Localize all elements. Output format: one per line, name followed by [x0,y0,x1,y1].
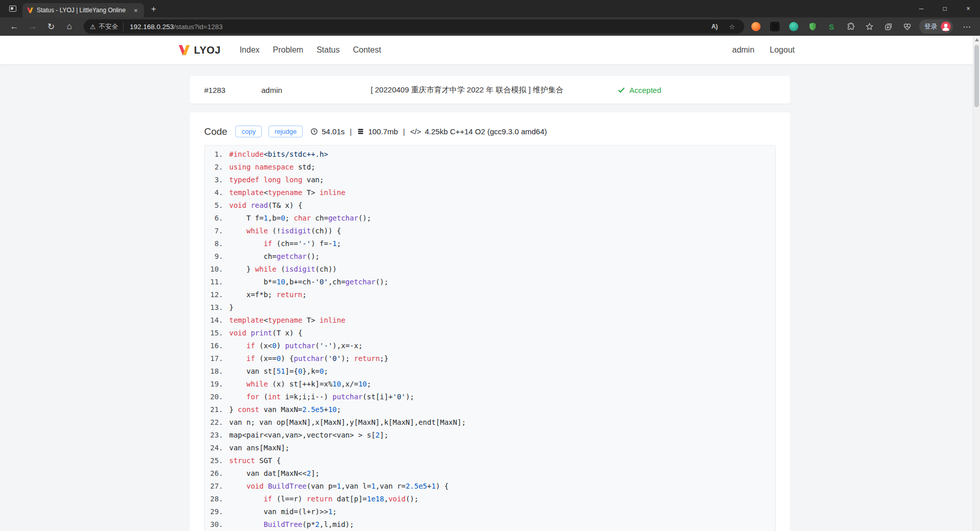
code-tag-icon: </> [410,127,422,136]
copy-button[interactable]: copy [235,126,261,137]
clock-icon [310,128,318,135]
code-text: van st[51]={0},k=0; [229,365,328,378]
scrollbar-up-arrow[interactable] [975,38,979,41]
code-line: 25.struct SGT { [207,454,775,467]
back-button[interactable]: ← [5,19,23,34]
code-line: 12. x=f*b; return; [207,288,775,301]
maximize-button[interactable]: □ [933,0,957,17]
line-number: 25. [207,454,223,467]
code-line: 13.} [207,301,775,314]
signin-label: 登录 [924,22,937,31]
code-line: 16. if (x<0) putchar('-'),x=-x; [207,340,775,352]
address-bar[interactable]: ⚠ 不安全 192.168.0.253/status?id=1283 A) ☆ [84,19,744,34]
url-path: /status?id=1283 [174,23,223,31]
extension-shield-button[interactable] [806,20,819,33]
code-line: 27. void BuildTree(van p=1,van l=1,van r… [207,480,775,493]
new-tab-button[interactable]: + [147,3,160,16]
extension-s-button[interactable]: S [825,20,838,33]
minimize-button[interactable]: ─ [910,0,933,17]
nav-item-logout[interactable]: Logout [762,42,802,58]
page: LYOJ Index Problem Status Contest admin … [0,36,980,531]
rejudge-button[interactable]: rejudge [268,126,303,137]
extension-dark-icon [770,22,779,31]
code-line: 11. b*=10,b+=ch-'0',ch=getchar(); [207,276,775,288]
code-text: if (x==0) {putchar('0'); return;} [229,352,388,365]
line-number: 10. [207,263,223,276]
read-aloud-button[interactable]: A) [708,20,721,33]
code-text: while (!isdigit(ch)) { [229,225,341,237]
extension-dark-button[interactable] [768,20,781,33]
site-security-chip[interactable]: ⚠ 不安全 [90,22,124,31]
collections-button[interactable] [881,20,895,33]
line-number: 12. [207,288,223,301]
line-number: 6. [207,212,223,225]
home-button[interactable]: ⌂ [60,19,79,34]
code-line: 14.template<typename T> inline [207,314,775,327]
forward-button[interactable]: → [23,19,42,34]
code-text: for (int i=k;i;i--) putchar(st[i]+'0'); [229,391,414,403]
extension-orange-button[interactable] [749,20,763,33]
memory-value: 100.7mb [368,127,398,136]
code-line: 15.void print(T x) { [207,327,775,340]
not-secure-label: 不安全 [99,22,118,31]
url-text: 192.168.0.253/status?id=1283 [130,23,708,31]
refresh-button[interactable]: ↻ [42,19,60,34]
nav-item-status[interactable]: Status [310,42,346,58]
extensions-menu-button[interactable] [844,20,857,33]
avatar [941,21,951,32]
url-host: 192.168.0.253 [130,23,174,31]
line-number: 8. [207,237,223,250]
line-number: 4. [207,186,223,199]
nav-item-problem[interactable]: Problem [266,42,310,58]
scrollbar-thumb[interactable] [974,45,979,107]
code-line: 2.using namespace std; [207,161,775,174]
line-number: 7. [207,225,223,237]
logo-icon [178,43,191,57]
extension-teal-button[interactable] [787,20,800,33]
window-controls: ─ □ × [910,0,980,17]
line-number: 2. [207,161,223,174]
browser-tab[interactable]: Status - LYOJ | LittleYang Online × [22,3,144,17]
code-line: 10. } while (isdigit(ch)) [207,263,775,276]
code-line: 22.van n; van op[MaxN],x[MaxN],y[MaxN],k… [207,416,775,429]
settings-more-button[interactable]: ⋯ [959,19,975,34]
nav-item-index[interactable]: Index [233,42,266,58]
profile-signin-button[interactable]: 登录 [919,19,953,34]
main-nav: Index Problem Status Contest [233,42,387,58]
code-text: if (l==r) return dat[p]=1e18,void(); [229,493,419,505]
code-text: BuildTree(p*2,l,mid); [229,518,354,531]
code-text: if (x<0) putchar('-'),x=-x; [229,340,362,352]
code-text: void BuildTree(van p=1,van l=1,van r=2.5… [229,480,449,493]
code-line: 8. if (ch=='-') f=-1; [207,237,775,250]
tab-favicon [27,7,34,14]
code-text: template<typename T> inline [229,314,346,327]
browser-essentials-button[interactable] [900,20,914,33]
submission-row[interactable]: #1283 admin [ 20220409 重庆市育才中学 2022 年 联合… [190,76,790,104]
favorites-bar-button[interactable] [863,20,876,33]
line-number: 28. [207,493,223,505]
code-title: Code [204,126,227,137]
code-text: template<typename T> inline [229,186,346,199]
code-line: 24.van ans[MaxN]; [207,442,775,454]
site-logo[interactable]: LYOJ [178,43,220,57]
tab-close-button[interactable]: × [132,6,140,14]
tab-actions-button[interactable] [5,2,20,16]
browser-toolbar: ← → ↻ ⌂ ⚠ 不安全 192.168.0.253/status?id=12… [0,17,980,36]
code-text: } const van MaxN=2.5e5+10; [229,403,341,416]
line-number: 29. [207,505,223,518]
nav-item-contest[interactable]: Contest [346,42,387,58]
problem-title: [ 20220409 重庆市育才中学 2022 年 联合模拟 ] 维护集合 [347,85,607,95]
page-scrollbar[interactable] [973,36,980,531]
code-lines: 1.#include<bits/stdc++.h>2.using namespa… [207,148,775,531]
close-button[interactable]: × [957,0,980,17]
nav-item-admin[interactable]: admin [724,42,762,58]
line-number: 13. [207,301,223,314]
code-line: 28. if (l==r) return dat[p]=1e18,void(); [207,493,775,505]
favorite-button[interactable]: ☆ [726,20,738,33]
code-text: van mid=(l+r)>>1; [229,505,337,518]
code-line: 23.map<pair<van,van>,vector<van> > s[2]; [207,429,775,442]
address-bar-actions: A) ☆ [708,20,738,33]
verdict-label: Accepted [629,86,662,94]
logo-text: LYOJ [194,44,220,56]
code-text: T f=1,b=0; char ch=getchar(); [229,212,371,225]
